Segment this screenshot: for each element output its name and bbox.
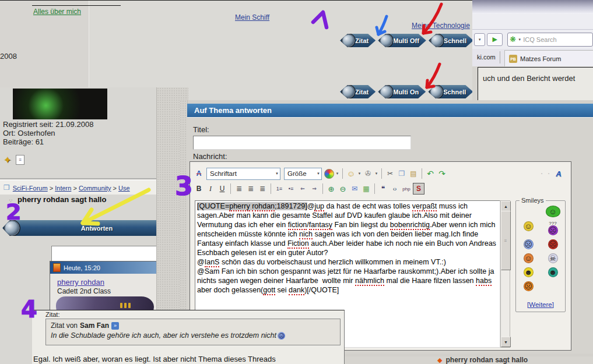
goto-post-icon[interactable]: »	[111, 322, 119, 330]
remove-link-icon[interactable]: ⊖	[338, 183, 348, 194]
enlarge-editor-icon[interactable]: ▫	[546, 168, 551, 179]
align-right-icon[interactable]: ≣	[257, 183, 268, 194]
quote-icon[interactable]: ❝	[378, 183, 388, 194]
thread-flame-icon: ◆	[437, 356, 442, 364]
editor-mode-icon[interactable]: A	[553, 168, 564, 179]
antworten-label: Antworten	[81, 225, 113, 232]
nav-button-schnell[interactable]: Schnell	[428, 85, 473, 98]
signature-detail	[124, 303, 127, 308]
breadcrumb-link-1[interactable]: Intern	[55, 185, 71, 192]
breadcrumb-link-3[interactable]: Use	[118, 185, 130, 192]
nav-button-label: Multi Off	[393, 37, 419, 44]
link-meine-technologie[interactable]: Meine Technologie	[412, 22, 470, 30]
scroll-down-button[interactable]: ▼	[501, 337, 511, 347]
empty-input-box[interactable]	[51, 246, 159, 261]
smileys-legend: Smileys	[520, 197, 546, 204]
toolbar-separator	[422, 168, 422, 179]
favicon-pb-icon: PB	[509, 55, 517, 63]
dialog-titlebar[interactable]: Auf Thema antworten	[187, 104, 593, 117]
redo-icon[interactable]: ↷	[437, 168, 447, 179]
chevron-down-icon[interactable]: ▼	[374, 172, 379, 175]
insert-smiley-icon[interactable]: ☺	[346, 168, 356, 179]
go-button[interactable]: ▶	[487, 33, 503, 46]
nav-button-zitat[interactable]: Zitat	[340, 85, 376, 98]
unordered-list-icon[interactable]: •≡	[286, 183, 296, 194]
toolbar-separator	[374, 183, 375, 194]
yell-smiley[interactable]: ☹	[524, 281, 534, 291]
outdent-icon[interactable]: ⇐	[297, 183, 308, 194]
title-input[interactable]	[193, 136, 411, 150]
nav-button-zitat[interactable]: Zitat	[340, 34, 376, 47]
dropdown-button[interactable]: ▼	[474, 33, 485, 46]
php-icon[interactable]: php	[401, 183, 412, 194]
classic-smiley[interactable]: ☺	[524, 221, 534, 235]
code-icon[interactable]: ‹›	[390, 183, 400, 194]
signature-detail	[128, 303, 131, 308]
nav-button-multi-on[interactable]: Multi On	[378, 85, 426, 98]
remove-format-icon[interactable]: A	[194, 168, 204, 179]
star-trek-badge-icon[interactable]: ✦	[3, 154, 11, 165]
underline-button[interactable]: U	[217, 183, 227, 194]
breadcrumb-link-0[interactable]: SciFi-Forum	[13, 185, 48, 192]
font-size-select[interactable]: Größe▼	[284, 168, 322, 180]
chevron-down-icon: ▼	[273, 172, 279, 175]
paste-icon[interactable]: ▤	[408, 168, 419, 179]
undo-icon[interactable]: ↶	[425, 168, 436, 179]
link-alles-ueber-mich[interactable]: Alles über mich	[33, 8, 81, 16]
cool-smiley[interactable]: ☻	[524, 267, 534, 277]
bold-button[interactable]: B	[194, 183, 204, 194]
scrollbar-thumb[interactable]: ≡	[501, 211, 511, 270]
attachment-icon[interactable]: ✇	[363, 168, 373, 179]
quote-overlay-window: Zitat: Zitat von Sam Fan » In die Schubl…	[32, 310, 345, 364]
chevron-down-icon[interactable]: ▼	[335, 172, 340, 175]
strikethrough-button[interactable]: S	[413, 183, 424, 195]
pirate-smiley[interactable]: ☠	[548, 253, 558, 263]
smileys-panel: Smileys ☺☺???☹☹☹☺☠☻☻☹ [Weitere]	[515, 200, 566, 312]
vampire-smiley-face: ☺	[524, 253, 534, 263]
insert-email-icon[interactable]: ✉	[349, 183, 360, 194]
tab-partial[interactable]: ki.com	[477, 54, 496, 61]
italic-button[interactable]: I	[205, 183, 216, 194]
font-color-icon[interactable]	[324, 169, 334, 179]
thread-status-icon: ∵	[9, 199, 12, 204]
nav-button-schnell[interactable]: Schnell	[429, 34, 473, 47]
froggy-smiley[interactable]: ☺	[546, 206, 560, 217]
report-post-icon[interactable]: ≡	[16, 155, 24, 165]
icq-flower-icon: ❋	[510, 35, 516, 44]
cool-smiley-face: ☻	[524, 267, 534, 277]
insert-link-icon[interactable]: ⊕	[326, 183, 336, 194]
indent-icon[interactable]: ⇒	[309, 183, 320, 194]
ordered-list-icon[interactable]: 1≡	[274, 183, 285, 194]
insert-image-icon[interactable]: ▦	[361, 183, 371, 194]
breadcrumb-link-2[interactable]: Community	[79, 185, 111, 192]
copy-icon[interactable]: ❐	[396, 168, 407, 179]
bottom-thread-title[interactable]: ◆ pherry rohdan sagt hallo	[437, 356, 528, 364]
post-author-link[interactable]: pherry rohdan	[57, 278, 104, 287]
biggrin-smiley[interactable]: ☻	[548, 267, 558, 277]
more-smileys-link[interactable]: [Weitere]	[516, 301, 565, 308]
toolbar-separator	[342, 168, 343, 179]
bottom-thread-label: pherry rohdan sagt hallo	[445, 356, 528, 364]
tab-matzes-forum[interactable]: PB Matzes Forum	[504, 50, 593, 67]
cut-icon[interactable]: ✂	[385, 168, 395, 179]
font-family-select[interactable]: Schriftart▼	[206, 168, 280, 180]
scroll-up-button[interactable]: ▲	[501, 201, 511, 211]
textarea-scrollbar[interactable]: ▲ ≡ ▼	[500, 200, 510, 348]
icq-search-input[interactable]: ❋ ▼ ICQ Search	[507, 33, 593, 47]
confused-purple-smiley[interactable]: ???☹	[548, 221, 558, 235]
nav-button-multi-off[interactable]: Multi Off	[378, 34, 426, 47]
chevron-down-icon[interactable]: ▼	[518, 38, 521, 41]
emblem-icon	[341, 84, 356, 99]
confused-purple-smiley-face: ☹	[548, 225, 558, 235]
font-family-select-label: Schriftart	[210, 170, 237, 177]
shrink-editor-icon[interactable]: ▫	[539, 168, 544, 179]
chevron-down-icon[interactable]: ▼	[357, 172, 362, 175]
mad-smiley[interactable]: ☹	[548, 239, 558, 249]
vampire-smiley[interactable]: ☺	[524, 253, 534, 263]
link-mein-schiff[interactable]: Mein Schiff	[235, 13, 269, 22]
post-nav-buttons-row-1: ZitatMulti OffSchnell	[340, 34, 476, 47]
align-center-icon[interactable]: ≣	[245, 183, 256, 194]
align-left-icon[interactable]: ≣	[234, 183, 244, 194]
shocked-smiley[interactable]: ☹	[524, 239, 534, 249]
post-author-rank: Cadett 2nd Class	[57, 287, 111, 295]
